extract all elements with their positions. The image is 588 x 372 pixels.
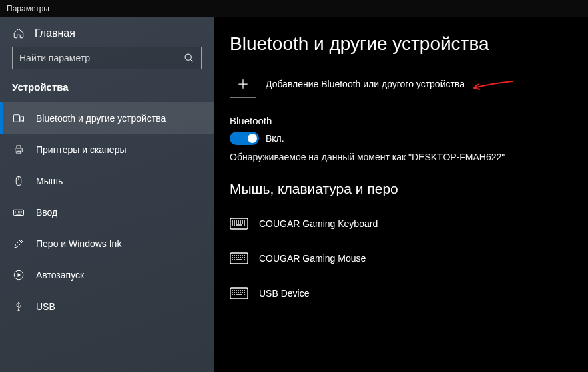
toggle-state-label: Вкл.	[266, 133, 284, 144]
sidebar-item-label: Перо и Windows Ink	[36, 238, 121, 249]
plus-icon	[230, 71, 256, 98]
sidebar-item-label: Bluetooth и другие устройства	[36, 113, 166, 124]
bluetooth-heading: Bluetooth	[230, 115, 588, 126]
search-input[interactable]	[19, 53, 184, 63]
svg-point-3	[22, 120, 23, 121]
keyboard-icon	[230, 251, 248, 266]
add-device-label: Добавление Bluetooth или другого устройс…	[266, 79, 465, 89]
home-icon	[12, 27, 25, 40]
svg-point-0	[185, 54, 191, 60]
device-item[interactable]: USB Device	[230, 276, 588, 311]
titlebar: Параметры	[0, 0, 588, 17]
sidebar-item-pen[interactable]: Перо и Windows Ink	[0, 228, 214, 259]
device-item[interactable]: COUGAR Gaming Keyboard	[230, 206, 588, 241]
svg-rect-12	[230, 288, 248, 299]
sidebar-item-label: Принтеры и сканеры	[36, 144, 126, 155]
svg-rect-10	[230, 218, 248, 229]
sidebar: Главная Устройства Bluetooth и другие ус…	[0, 17, 214, 372]
page-title: Bluetooth и другие устройства	[230, 33, 588, 55]
device-name: COUGAR Gaming Mouse	[259, 253, 366, 264]
printer-icon	[12, 143, 25, 156]
svg-rect-11	[230, 253, 248, 264]
sidebar-item-printers[interactable]: Принтеры и сканеры	[0, 134, 214, 165]
main-content: Bluetooth и другие устройства Добавление…	[214, 17, 588, 372]
device-category-heading: Мышь, клавиатура и перо	[230, 181, 588, 197]
sidebar-item-label: Автозапуск	[36, 270, 84, 281]
sidebar-item-label: Ввод	[36, 207, 57, 218]
sidebar-item-bluetooth[interactable]: Bluetooth и другие устройства	[0, 102, 214, 134]
sidebar-item-autoplay[interactable]: Автозапуск	[0, 259, 214, 291]
sidebar-item-usb[interactable]: USB	[0, 291, 214, 322]
usb-icon	[12, 300, 25, 313]
nav-list: Bluetooth и другие устройства Принтеры и…	[0, 102, 214, 322]
svg-rect-1	[14, 114, 20, 122]
device-name: USB Device	[259, 288, 309, 299]
svg-rect-4	[15, 148, 23, 152]
keyboard-icon	[230, 216, 248, 231]
sidebar-item-label: Мышь	[36, 176, 63, 186]
sidebar-item-typing[interactable]: Ввод	[0, 196, 214, 228]
home-nav[interactable]: Главная	[0, 17, 214, 47]
device-name: COUGAR Gaming Keyboard	[259, 218, 378, 229]
section-title: Устройства	[0, 79, 214, 102]
device-item[interactable]: COUGAR Gaming Mouse	[230, 241, 588, 276]
search-box[interactable]	[12, 47, 202, 69]
pen-icon	[12, 237, 25, 250]
mouse-icon	[12, 174, 25, 188]
devices-icon	[12, 112, 25, 125]
sidebar-item-mouse[interactable]: Мышь	[0, 165, 214, 196]
sidebar-item-label: USB	[36, 301, 55, 312]
discoverable-text: Обнаруживаемое на данный момент как "DES…	[230, 152, 588, 162]
app-title: Параметры	[7, 4, 49, 13]
keyboard-icon	[12, 206, 25, 219]
bluetooth-toggle[interactable]	[230, 132, 259, 145]
svg-rect-5	[17, 146, 21, 148]
toggle-knob	[248, 134, 257, 143]
autoplay-icon	[12, 268, 25, 282]
add-device-button[interactable]: Добавление Bluetooth или другого устройс…	[230, 71, 588, 98]
search-icon	[184, 53, 194, 63]
home-label: Главная	[35, 27, 75, 39]
keyboard-icon	[230, 286, 248, 301]
